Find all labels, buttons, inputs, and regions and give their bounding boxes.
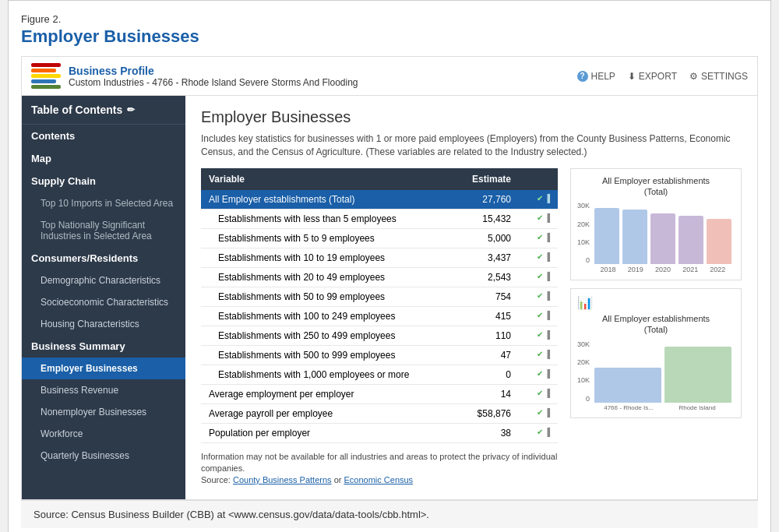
trend-icon: ✔ xyxy=(537,330,543,339)
header-left: Business Profile Custom Industries - 476… xyxy=(31,63,358,89)
cell-label: Establishments with 20 to 49 employees xyxy=(201,267,455,287)
footnote-source: Source: County Business Patterns or Econ… xyxy=(201,474,558,486)
cell-value: 0 xyxy=(455,365,519,384)
data-section: Variable Estimate All Employer establish… xyxy=(201,168,742,487)
chart1-title: All Employer establishments(Total) xyxy=(577,175,735,198)
trend-icon: ✔ xyxy=(537,369,543,378)
economic-census-link[interactable]: Economic Census xyxy=(344,475,413,484)
table-wrap: Variable Estimate All Employer establish… xyxy=(201,168,558,487)
bar-icon: ▐ xyxy=(545,233,550,241)
bar-icon: ▐ xyxy=(545,213,550,222)
table-row: Establishments with less than 5 employee… xyxy=(201,209,558,228)
data-table: Variable Estimate All Employer establish… xyxy=(201,168,558,443)
bar-icon: ▐ xyxy=(545,272,550,280)
sidebar-item-employer-businesses[interactable]: Employer Businesses xyxy=(22,358,185,379)
bar-icon: ▐ xyxy=(545,194,550,203)
table-row: All Employer establishments (Total)27,76… xyxy=(201,190,558,210)
source-bar: Source: Census Business Builder (CBB) at… xyxy=(21,500,758,528)
cell-icons[interactable]: ✔▐ xyxy=(519,365,558,382)
bar-icon: ▐ xyxy=(545,350,550,358)
sidebar-item-top10imports[interactable]: Top 10 Imports in Selected Area xyxy=(22,192,185,214)
bar-icon: ▐ xyxy=(545,252,550,261)
bar-icon: ▐ xyxy=(545,389,550,397)
cell-icons[interactable]: ✔▐ xyxy=(519,248,558,265)
sidebar-item-workforce[interactable]: Workforce xyxy=(22,423,185,445)
outer-frame: Figure 2. Employer Businesses Business P… xyxy=(8,0,771,532)
cell-value: 3,437 xyxy=(455,248,519,267)
cell-label: Establishments with 500 to 999 employees xyxy=(201,345,455,365)
cell-icons[interactable]: ✔▐ xyxy=(519,268,558,284)
cell-label: Establishments with 50 to 99 employees xyxy=(201,287,455,306)
sidebar-item-map[interactable]: Map xyxy=(22,147,185,170)
toc-header: Table of Contents ✏ xyxy=(22,96,185,125)
help-button[interactable]: ? HELP xyxy=(577,71,615,82)
sidebar-item-quarterly[interactable]: Quarterly Businesses xyxy=(22,445,185,467)
export-button[interactable]: ⬇ EXPORT xyxy=(628,71,677,82)
header-bar: Business Profile Custom Industries - 476… xyxy=(21,56,758,96)
sidebar-item-business-summary[interactable]: Business Summary xyxy=(22,335,185,358)
trend-icon: ✔ xyxy=(537,311,543,319)
trend-icon: ✔ xyxy=(537,252,543,261)
cell-value: 14 xyxy=(455,384,519,403)
sidebar-item-nonemployer[interactable]: Nonemployer Businesses xyxy=(22,401,185,423)
sidebar-item-consumers[interactable]: Consumers/Residents xyxy=(22,247,185,270)
chart1-x-label: 2021 xyxy=(682,266,698,273)
sidebar-item-contents[interactable]: Contents xyxy=(22,125,185,147)
settings-button[interactable]: ⚙ SETTINGS xyxy=(689,71,748,82)
cell-label: Establishments with 5 to 9 employees xyxy=(201,228,455,248)
sidebar: Table of Contents ✏ Contents Map Supply … xyxy=(22,96,185,499)
cell-label: Population per employer xyxy=(201,423,455,442)
cell-value: 415 xyxy=(455,306,519,326)
chart2-bar xyxy=(594,368,661,403)
trend-icon: ✔ xyxy=(537,194,543,203)
gear-icon: ⚙ xyxy=(689,71,698,82)
sidebar-item-socioeconomic[interactable]: Socioeconomic Characteristics xyxy=(22,291,185,313)
cell-icons[interactable]: ✔▐ xyxy=(519,307,558,323)
table-row: Establishments with 500 to 999 employees… xyxy=(201,345,558,365)
cell-icons[interactable]: ✔▐ xyxy=(519,424,558,440)
chart1-bar xyxy=(707,219,731,264)
chart1-bars xyxy=(591,202,735,264)
cell-label: Average employment per employer xyxy=(201,384,455,403)
cell-label: Establishments with 250 to 499 employees xyxy=(201,326,455,345)
cell-icons[interactable]: ✔▐ xyxy=(519,210,558,226)
table-row: Establishments with 1,000 employees or m… xyxy=(201,365,558,384)
figure-title: Employer Businesses xyxy=(21,26,758,47)
table-row: Establishments with 100 to 249 employees… xyxy=(201,306,558,326)
source-text: Source: Census Business Builder (CBB) at… xyxy=(33,509,429,520)
cell-value: 38 xyxy=(455,423,519,442)
chart1-bar xyxy=(650,213,675,264)
cell-icons[interactable]: ✔▐ xyxy=(519,385,558,401)
charts-col: All Employer establishments(Total) 30K 2… xyxy=(570,168,742,487)
cell-icons[interactable]: ✔▐ xyxy=(519,229,558,245)
sidebar-item-demographic[interactable]: Demographic Characteristics xyxy=(22,270,185,291)
cell-value: 754 xyxy=(455,287,519,306)
sidebar-item-housing[interactable]: Housing Characteristics xyxy=(22,313,185,335)
cell-icons[interactable]: ✔▐ xyxy=(519,326,558,343)
trend-icon: ✔ xyxy=(537,233,543,241)
cell-icons[interactable]: ✔▐ xyxy=(519,287,558,304)
chart2-bars xyxy=(591,340,735,403)
chart2-x-label: 4766 - Rhode Is... xyxy=(594,404,663,411)
cell-icons[interactable]: ✔▐ xyxy=(519,346,558,362)
chart2-bar xyxy=(664,347,731,403)
table-row: Average employment per employer14✔▐ xyxy=(201,384,558,403)
county-business-patterns-link[interactable]: County Business Patterns xyxy=(233,475,332,484)
cell-value: 110 xyxy=(455,326,519,345)
main-content: Table of Contents ✏ Contents Map Supply … xyxy=(21,96,758,500)
col-icons-header xyxy=(519,168,558,190)
chart1-y-axis: 30K 20K 10K 0 xyxy=(577,202,591,264)
cell-label: Establishments with 1,000 employees or m… xyxy=(201,365,455,384)
table-row: Establishments with 50 to 99 employees75… xyxy=(201,287,558,306)
cell-icons[interactable]: ✔▐ xyxy=(519,190,558,206)
sidebar-item-business-revenue[interactable]: Business Revenue xyxy=(22,379,185,401)
trend-icon: ✔ xyxy=(537,389,543,397)
sidebar-item-top-national[interactable]: Top Nationally Significant Industries in… xyxy=(22,214,185,247)
cell-icons[interactable]: ✔▐ xyxy=(519,404,558,421)
sidebar-item-supply-chain[interactable]: Supply Chain xyxy=(22,170,185,192)
chart2: 📊 All Employer establishments(Total) 30K… xyxy=(570,288,742,418)
bp-title: Business Profile xyxy=(69,65,358,77)
content-description: Includes key statistics for businesses w… xyxy=(201,132,742,159)
chart2-x-labels: 4766 - Rhode Is...Rhode Island xyxy=(591,404,735,411)
bar-icon: ▐ xyxy=(545,291,550,300)
